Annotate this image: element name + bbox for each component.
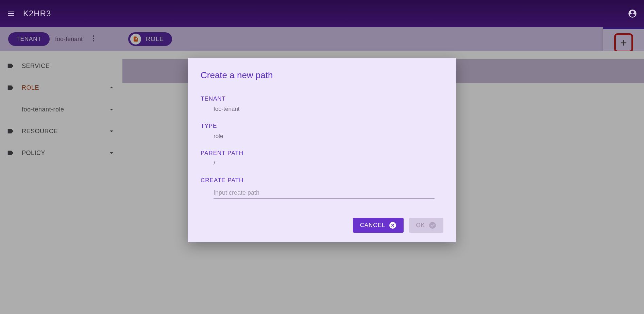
field-value: role bbox=[201, 133, 443, 140]
field-label: TYPE bbox=[201, 123, 443, 129]
field-parent-path: PARENT PATH / bbox=[201, 150, 443, 167]
app-header: K2HR3 bbox=[0, 0, 644, 27]
app-title: K2HR3 bbox=[23, 9, 628, 18]
field-value: / bbox=[201, 160, 443, 167]
field-tenant: TENANT foo-tenant bbox=[201, 95, 443, 112]
menu-icon[interactable] bbox=[7, 10, 15, 18]
field-create-path: CREATE PATH bbox=[201, 177, 443, 199]
ok-button-label: OK bbox=[416, 222, 425, 229]
field-label: TENANT bbox=[201, 95, 443, 102]
create-path-input[interactable] bbox=[214, 187, 435, 199]
cancel-button-label: CANCEL bbox=[360, 222, 385, 229]
dialog-actions: CANCEL OK bbox=[201, 218, 443, 233]
create-path-dialog: Create a new path TENANT foo-tenant TYPE… bbox=[188, 58, 456, 242]
cancel-button[interactable]: CANCEL bbox=[353, 218, 404, 233]
field-label: PARENT PATH bbox=[201, 150, 443, 157]
dialog-title: Create a new path bbox=[201, 70, 443, 81]
cancel-icon bbox=[389, 221, 397, 229]
ok-button[interactable]: OK bbox=[409, 218, 443, 233]
field-label: CREATE PATH bbox=[201, 177, 443, 184]
field-value: foo-tenant bbox=[201, 106, 443, 112]
account-icon[interactable] bbox=[628, 9, 637, 18]
check-icon bbox=[428, 221, 437, 229]
field-type: TYPE role bbox=[201, 123, 443, 140]
